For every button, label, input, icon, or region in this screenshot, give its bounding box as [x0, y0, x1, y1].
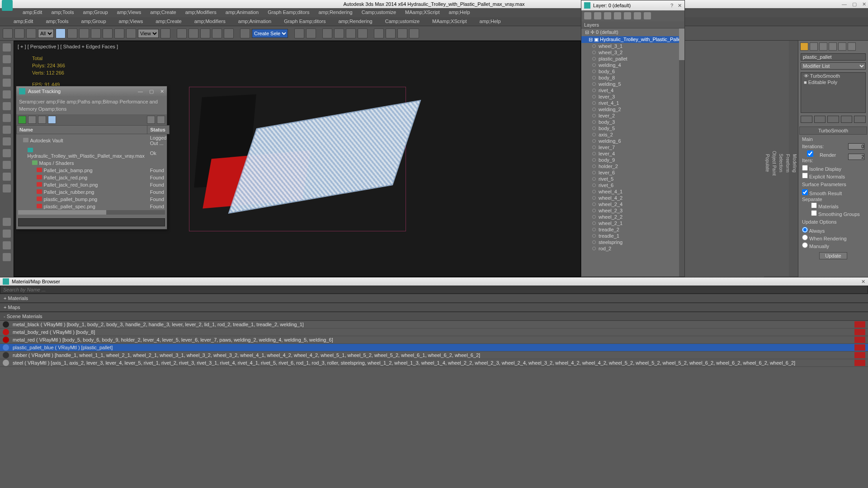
tool-schematic[interactable]: [334, 28, 344, 38]
minimize-button[interactable]: —: [842, 1, 847, 7]
tool-redo[interactable]: [14, 28, 24, 38]
menu-ampcreate[interactable]: amp;Create: [146, 8, 180, 17]
ls-btn-4[interactable]: [3, 79, 11, 87]
asset-row[interactable]: plastic_pallet_spec.pngFound: [17, 203, 170, 210]
layer-item[interactable]: body_3: [581, 119, 679, 125]
tool-render-frame[interactable]: [374, 28, 384, 38]
layer-sel[interactable]: [614, 12, 621, 19]
radio-when-render[interactable]: When Rendering: [802, 234, 864, 242]
tool-select[interactable]: [56, 28, 66, 38]
menu-campustomize[interactable]: Camp;ustomize: [357, 8, 401, 17]
ls-btn-6[interactable]: [3, 102, 11, 110]
menu2-ampviews[interactable]: amp;Views: [113, 17, 150, 26]
layer-item[interactable]: body_8: [581, 75, 679, 81]
material-row[interactable]: metal_red ( VRayMtl ) [body_5, body_6, b…: [0, 336, 868, 344]
material-row[interactable]: steel ( VRayMtl ) [axis_1, axis_2, lever…: [0, 359, 868, 367]
layer-item[interactable]: wheel_4_1: [581, 188, 679, 195]
layer-item[interactable]: welding_2: [581, 106, 679, 113]
layer-hide[interactable]: [634, 12, 641, 19]
layer-close[interactable]: ✕: [678, 3, 682, 9]
spinner-render-iters[interactable]: [848, 154, 864, 160]
check-isoline[interactable]: Isoline Display: [802, 164, 864, 172]
layer-item[interactable]: wheel_3_1: [581, 43, 679, 49]
tool-select-name[interactable]: [67, 28, 77, 38]
ls-btn-13[interactable]: [3, 184, 11, 192]
menu2-grapheampditors[interactable]: Graph Eamp;ditors: [278, 17, 332, 26]
layer-group-selected[interactable]: ⊟ ▣ Hydraulic_Trolley_with_Plastic_Palle…: [581, 36, 679, 43]
cp-display-icon[interactable]: [838, 42, 846, 51]
menu2-ampgroup[interactable]: amp;Group: [75, 17, 113, 26]
asset-tb-opts[interactable]: [157, 116, 165, 124]
layer-scrollbar[interactable]: [679, 28, 684, 277]
stack-pin[interactable]: [801, 116, 812, 123]
layer-item[interactable]: welding_4: [581, 62, 679, 68]
tool-layers[interactable]: [306, 28, 316, 38]
menu-ampviews[interactable]: amp;Views: [113, 8, 146, 17]
layer-item[interactable]: wheel_3_2: [581, 49, 679, 56]
ls-btn-11[interactable]: [3, 161, 11, 169]
asset-row[interactable]: Autodesk VaultLogged Out ...: [17, 134, 170, 147]
layer-item[interactable]: body_5: [581, 125, 679, 131]
ls-btn-5[interactable]: [3, 90, 11, 99]
ls-btn-16[interactable]: [3, 241, 11, 249]
ls-btn-17[interactable]: [3, 253, 11, 261]
vtab-objectpaint[interactable]: Object Paint: [771, 50, 778, 277]
layer-item[interactable]: lever_4: [581, 150, 679, 157]
layer-item[interactable]: holder_2: [581, 163, 679, 169]
ls-btn-15[interactable]: [3, 230, 11, 238]
ls-btn-14[interactable]: [3, 218, 11, 226]
maximize-button[interactable]: ▢: [852, 1, 857, 7]
asset-tb-refresh[interactable]: [18, 116, 26, 124]
ls-btn-3[interactable]: [3, 67, 11, 75]
refcoord-select[interactable]: View: [138, 29, 159, 38]
sect-scene-materials[interactable]: - Scene Materials: [0, 312, 868, 321]
layer-item[interactable]: wheel_2_4: [581, 201, 679, 207]
layer-item[interactable]: rivet_6: [581, 182, 679, 188]
layer-item[interactable]: lever_3: [581, 94, 679, 100]
vtab-selection[interactable]: Selection: [778, 50, 784, 277]
matbrowser-search-input[interactable]: [0, 286, 868, 293]
layer-item[interactable]: body_6: [581, 68, 679, 75]
asset-tb-help[interactable]: [147, 116, 155, 124]
asset-row[interactable]: Pallet_jack_bamp.pngFound: [17, 167, 170, 174]
tool-undo[interactable]: [3, 28, 13, 38]
ls-btn-2[interactable]: [3, 55, 11, 63]
ls-btn-1[interactable]: [3, 43, 11, 52]
sect-materials[interactable]: + Materials: [0, 294, 868, 303]
layer-item[interactable]: axis_2: [581, 131, 679, 138]
matbrowser-close[interactable]: ✕: [861, 279, 865, 285]
modifier-stack[interactable]: 👁 TurboSmooth ■ Editable Poly: [801, 72, 866, 113]
layer-item[interactable]: welding_6: [581, 138, 679, 144]
layer-item[interactable]: wheel_4_2: [581, 195, 679, 201]
object-name-field[interactable]: [801, 53, 866, 61]
layer-item[interactable]: steelspring: [581, 239, 679, 245]
layer-item[interactable]: lever_7: [581, 144, 679, 150]
asset-row[interactable]: Maps / Shaders: [17, 160, 170, 167]
menu2-ampcreate[interactable]: amp;Create: [149, 17, 188, 26]
ls-btn-10[interactable]: [3, 149, 11, 157]
menu2-amprendering[interactable]: amp;Rendering: [332, 17, 378, 26]
layer-item[interactable]: body_9: [581, 157, 679, 163]
layer-item[interactable]: rod_2: [581, 245, 679, 252]
modifier-list[interactable]: Modifier List: [801, 62, 866, 70]
layer-item[interactable]: treadle_2: [581, 226, 679, 233]
tool-snap[interactable]: [177, 28, 187, 38]
tool-rect[interactable]: [79, 28, 89, 38]
asset-col-name[interactable]: Name: [17, 126, 147, 134]
asset-row[interactable]: Hydraulic_Trolley_with_Plastic_Pallet_ma…: [17, 147, 170, 160]
layer-root[interactable]: ⊟ ✢ 0 (default): [581, 28, 679, 36]
layer-del[interactable]: [594, 12, 601, 19]
cp-create-icon[interactable]: [800, 42, 808, 51]
menu-ampanimation[interactable]: amp;Animation: [221, 8, 263, 17]
asset-titlebar[interactable]: Asset Tracking — ▢ ✕: [16, 86, 167, 96]
layer-item[interactable]: rivet_4: [581, 87, 679, 94]
spinner-iterations[interactable]: [848, 143, 864, 150]
layer-item[interactable]: lever_2: [581, 113, 679, 119]
layer-add[interactable]: [604, 12, 611, 19]
tool-render[interactable]: [386, 28, 396, 38]
material-row[interactable]: rubber ( VRayMtl ) [handle_1, wheel_1_1,…: [0, 352, 868, 359]
tool-mirror[interactable]: [240, 28, 250, 38]
ls-btn-9[interactable]: [3, 137, 11, 145]
layer-item[interactable]: wheel_2_2: [581, 214, 679, 220]
check-render-iters[interactable]: Render Iters:: [802, 150, 848, 163]
